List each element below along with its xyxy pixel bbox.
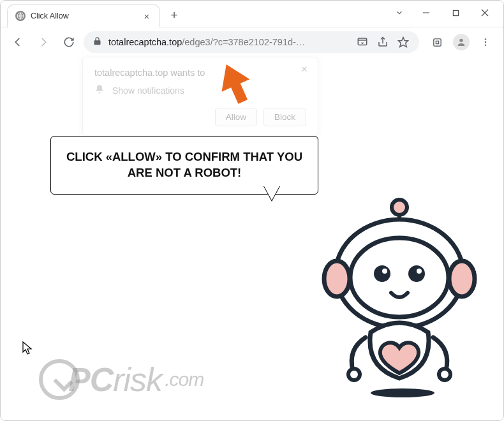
bell-icon [94, 84, 105, 96]
svg-rect-9 [433, 38, 440, 45]
close-icon[interactable]: × [297, 63, 311, 77]
svg-point-22 [408, 265, 425, 282]
url-host: totalrecaptcha.top [108, 37, 182, 47]
url-text: totalrecaptcha.top/edge3/?c=378e2102-791… [108, 37, 349, 47]
svg-point-12 [485, 38, 486, 40]
lock-icon [93, 36, 102, 48]
svg-point-13 [485, 41, 486, 43]
svg-point-23 [382, 269, 387, 274]
svg-point-14 [485, 44, 486, 45]
svg-point-24 [417, 269, 422, 274]
robot-shadow [371, 388, 434, 397]
extensions-icon[interactable] [426, 31, 448, 53]
cursor-icon [22, 341, 34, 358]
back-button[interactable] [7, 31, 29, 53]
window-controls [387, 1, 500, 25]
prompt-origin: totalrecaptcha.top wants to [94, 68, 306, 78]
bookmark-star-icon[interactable] [396, 36, 410, 48]
window-titlebar: Click Allow × + [1, 1, 503, 27]
svg-point-21 [374, 265, 390, 282]
block-button[interactable]: Block [263, 108, 306, 126]
globe-icon [15, 11, 26, 21]
install-icon[interactable] [355, 36, 369, 48]
svg-point-16 [392, 200, 407, 215]
watermark: PCrisk.com [39, 359, 204, 400]
svg-rect-10 [436, 41, 438, 43]
browser-toolbar: totalrecaptcha.top/edge3/?c=378e2102-791… [1, 27, 503, 57]
svg-marker-8 [399, 38, 408, 47]
instruction-text: CLICK «ALLOW» TO CONFIRM THAT YOU ARE NO… [66, 150, 302, 179]
robot-illustration [320, 184, 479, 397]
svg-point-25 [348, 369, 360, 380]
close-window-button[interactable] [470, 1, 500, 25]
share-icon[interactable] [376, 36, 390, 48]
new-tab-button[interactable]: + [165, 6, 183, 24]
svg-line-4 [482, 10, 488, 16]
browser-tab[interactable]: Click Allow × [7, 4, 160, 27]
prompt-permission-row: Show notifications [94, 84, 306, 96]
svg-rect-2 [453, 10, 458, 15]
svg-point-18 [324, 261, 350, 297]
profile-avatar[interactable] [450, 31, 473, 53]
maximize-button[interactable] [441, 1, 470, 25]
svg-line-3 [482, 10, 488, 16]
instruction-bubble: CLICK «ALLOW» TO CONFIRM THAT YOU ARE NO… [50, 136, 318, 195]
watermark-shield-icon [39, 359, 80, 400]
page-content: × totalrecaptcha.top wants to Show notif… [1, 57, 503, 420]
prompt-actions: Allow Block [94, 108, 306, 126]
watermark-tld: .com [165, 369, 204, 390]
allow-button[interactable]: Allow [215, 108, 257, 126]
reload-button[interactable] [58, 31, 80, 53]
forward-button[interactable] [33, 31, 54, 53]
prompt-permission-label: Show notifications [112, 85, 184, 96]
svg-point-11 [459, 39, 463, 42]
svg-point-19 [449, 261, 475, 297]
toolbar-right [426, 31, 497, 53]
url-path: /edge3/?c=378e2102-791d-… [182, 37, 305, 47]
close-tab-icon[interactable]: × [142, 11, 152, 21]
tab-title: Click Allow [31, 11, 137, 20]
address-bar[interactable]: totalrecaptcha.top/edge3/?c=378e2102-791… [84, 31, 419, 53]
svg-point-26 [439, 369, 450, 380]
kebab-menu-icon[interactable] [474, 31, 497, 53]
notification-prompt: × totalrecaptcha.top wants to Show notif… [82, 57, 318, 136]
watermark-risk: risk [113, 360, 162, 399]
person-icon [453, 34, 470, 50]
chevron-down-icon[interactable] [387, 8, 411, 17]
svg-point-20 [350, 238, 448, 317]
minimize-button[interactable] [411, 1, 441, 25]
